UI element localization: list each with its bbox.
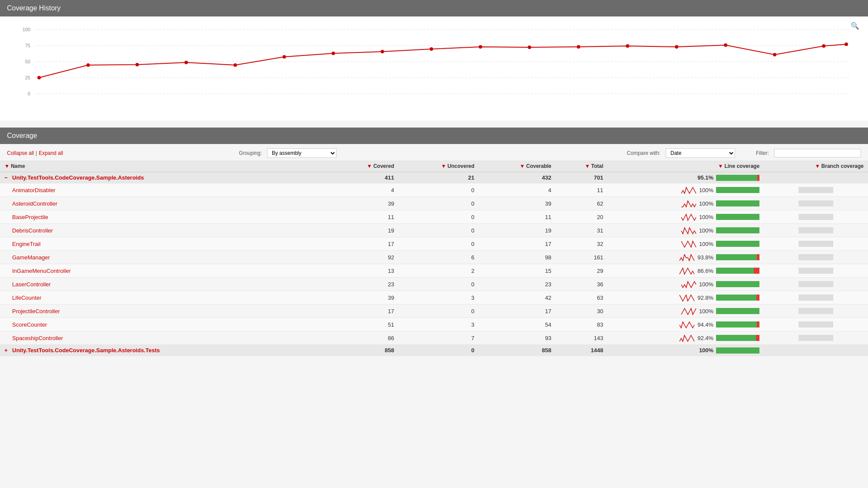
coverage-bar (716, 254, 759, 260)
coverage-bar (716, 295, 759, 301)
coverage-bar (716, 335, 759, 341)
line-coverage-pct: 100% (699, 308, 713, 314)
cell-total: 161 (556, 251, 608, 264)
col-line-coverage[interactable]: ▼Line coverage (607, 160, 764, 172)
class-name[interactable]: ProjectileController (12, 308, 60, 314)
cell-uncovered: 0 (399, 237, 479, 251)
cell-covered: 13 (330, 264, 399, 278)
class-name[interactable]: AsteroidController (12, 200, 57, 207)
cell-uncovered: 7 (399, 331, 479, 345)
cell-branch-coverage (764, 237, 868, 251)
cell-uncovered: 3 (399, 318, 479, 331)
branch-bar (799, 281, 833, 287)
class-name[interactable]: LaserController (12, 281, 51, 288)
assembly-name[interactable]: Unity.TestTools.CodeCoverage.Sample.Aste… (12, 174, 144, 181)
class-name[interactable]: EngineTrail (12, 241, 40, 247)
svg-text:100: 100 (23, 27, 30, 32)
cell-line-coverage: 95.1% (607, 172, 764, 183)
cell-total: 31 (556, 224, 608, 237)
collapse-all-link[interactable]: Collapse all (7, 150, 34, 156)
cell-covered: 11 (330, 210, 399, 224)
cell-covered: 39 (330, 291, 399, 305)
class-name[interactable]: DebrisController (12, 227, 53, 234)
cell-branch-coverage (764, 331, 868, 345)
cell-uncovered: 0 (399, 278, 479, 291)
coverage-bar (716, 308, 759, 314)
cell-line-coverage: 100% (607, 345, 764, 356)
col-uncovered[interactable]: ▼Uncovered (399, 160, 479, 172)
zoom-icon[interactable]: 🔍 (851, 22, 859, 30)
branch-bar (799, 227, 833, 233)
class-name[interactable]: InGameMenuController (12, 268, 71, 274)
filter-label: Filter: (756, 150, 769, 156)
cell-uncovered: 0 (399, 305, 479, 318)
class-name[interactable]: SpaceshipController (12, 335, 63, 341)
cell-covered: 411 (330, 172, 399, 183)
cell-branch-coverage (764, 251, 868, 264)
class-name[interactable]: ScoreCounter (12, 321, 47, 328)
cell-coverable: 17 (479, 305, 556, 318)
expand-collapse-icon[interactable]: + (4, 347, 10, 354)
cell-coverable: 17 (479, 237, 556, 251)
coverage-history-header: Coverage History (0, 0, 868, 16)
cell-line-coverage: 100% (607, 224, 764, 237)
cell-branch-coverage (764, 305, 868, 318)
table-row: AnimatorDisabler40411100% (0, 183, 868, 197)
expand-all-link[interactable]: Expand all (39, 150, 63, 156)
filter-input[interactable] (774, 149, 861, 157)
cell-covered: 92 (330, 251, 399, 264)
class-name[interactable]: AnimatorDisabler (12, 187, 56, 193)
cell-uncovered: 0 (399, 183, 479, 197)
class-name[interactable]: LifeCounter (12, 295, 41, 301)
cell-name: SpaceshipController (0, 331, 330, 345)
coverage-bar (716, 281, 759, 287)
branch-bar (799, 254, 833, 260)
cell-branch-coverage (764, 183, 868, 197)
cell-covered: 858 (330, 345, 399, 356)
assembly-name[interactable]: Unity.TestTools.CodeCoverage.Sample.Aste… (12, 347, 160, 354)
cell-coverable: 858 (479, 345, 556, 356)
coverage-bar (716, 200, 759, 206)
coverage-chart: 100 75 50 25 0 (9, 25, 859, 108)
sparkline (679, 253, 695, 262)
cell-coverable: 15 (479, 264, 556, 278)
branch-bar (799, 295, 833, 301)
cell-total: 29 (556, 264, 608, 278)
cell-line-coverage: 93.8% (607, 251, 764, 264)
svg-point-18 (430, 47, 433, 51)
cell-total: 36 (556, 278, 608, 291)
table-row: ProjectileController1701730100% (0, 305, 868, 318)
svg-text:0: 0 (28, 91, 30, 96)
cell-total: 1448 (556, 345, 608, 356)
sparkline (681, 199, 696, 208)
compare-select[interactable]: Date Previous None (666, 148, 735, 158)
coverage-bar (716, 175, 759, 181)
table-row: EngineTrail1701732100% (0, 237, 868, 251)
col-covered[interactable]: ▼Covered (330, 160, 399, 172)
grouping-select[interactable]: By assembly (267, 148, 337, 158)
expand-collapse-icon[interactable]: − (4, 174, 10, 181)
cell-name: InGameMenuController (0, 264, 330, 278)
col-total[interactable]: ▼Total (556, 160, 608, 172)
cell-name: LaserController (0, 278, 330, 291)
table-row: LifeCounter393426392.8% (0, 291, 868, 305)
class-name[interactable]: BaseProjectile (12, 214, 48, 220)
col-coverable[interactable]: ▼Coverable (479, 160, 556, 172)
cell-coverable: 19 (479, 224, 556, 237)
cell-total: 701 (556, 172, 608, 183)
table-header-row: ▼Name ▼Covered ▼Uncovered ▼Coverable ▼To… (0, 160, 868, 172)
cell-coverable: 11 (479, 210, 556, 224)
col-branch-coverage[interactable]: ▼Branch coverage (764, 160, 868, 172)
svg-point-27 (845, 43, 848, 46)
cell-coverable: 98 (479, 251, 556, 264)
cell-name: AsteroidController (0, 197, 330, 210)
svg-point-25 (773, 53, 776, 56)
cell-line-coverage: 100% (607, 197, 764, 210)
class-name[interactable]: GameManager (12, 254, 50, 261)
col-name[interactable]: ▼Name (0, 160, 330, 172)
left-controls: Collapse all | Expand all (7, 150, 94, 156)
coverage-bar (716, 241, 759, 247)
cell-name: EngineTrail (0, 237, 330, 251)
table-row: InGameMenuController132152986.6% (0, 264, 868, 278)
cell-name: −Unity.TestTools.CodeCoverage.Sample.Ast… (0, 172, 330, 183)
